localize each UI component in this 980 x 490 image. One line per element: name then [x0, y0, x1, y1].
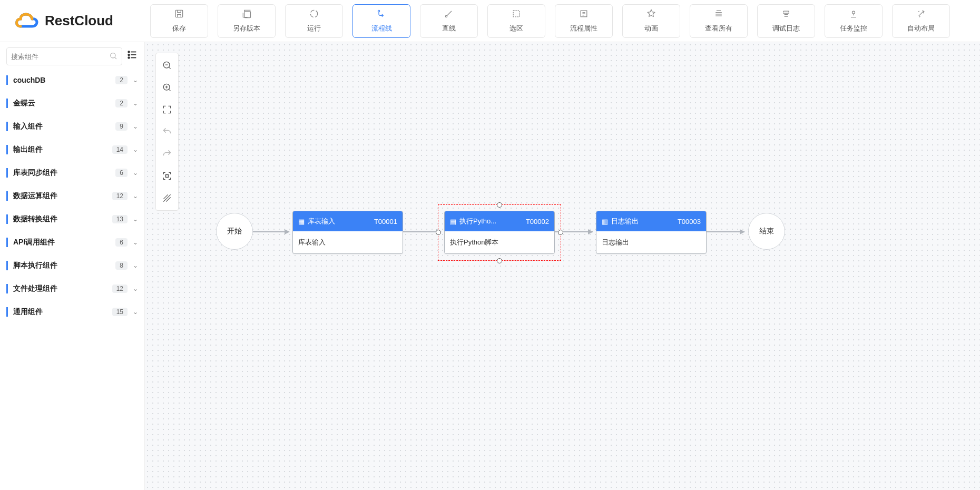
toolbar-btn-flowline[interactable]: 流程线 [352, 4, 410, 38]
save-icon [174, 8, 184, 21]
chevron-down-icon: ⌄ [133, 100, 138, 107]
svg-point-11 [128, 57, 130, 58]
toolbar-btn-debuglog[interactable]: 调试日志 [757, 4, 815, 38]
svg-point-8 [111, 53, 115, 57]
fullscreen-icon[interactable] [159, 168, 175, 184]
toolbar-btn-label: 运行 [307, 24, 321, 33]
top-toolbar: RestCloud 保存 另存版本 运行 流程线 直线 选区 流程属性 [0, 0, 980, 42]
node-table-input[interactable]: ▦库表输入T00001 库表输入 [292, 211, 403, 254]
logo-icon [13, 12, 40, 31]
flowline-icon [376, 8, 387, 21]
line-icon [444, 8, 454, 21]
toolbar-btn-label: 选区 [509, 24, 523, 33]
grid-icon[interactable] [159, 190, 175, 206]
select-icon [511, 8, 522, 21]
svg-rect-0 [175, 10, 182, 17]
toolbar-btn-label: 查看所有 [705, 24, 732, 33]
canvas-tool-palette [155, 53, 179, 211]
chevron-down-icon: ⌄ [133, 262, 138, 269]
undo-icon[interactable] [159, 124, 175, 140]
chevron-down-icon: ⌄ [133, 169, 138, 177]
sidebar-item-transform[interactable]: 数据转换组件13⌄ [6, 208, 138, 231]
sidebar-item-kingdee[interactable]: 金蝶云2⌄ [6, 92, 138, 115]
chevron-down-icon: ⌄ [133, 123, 138, 130]
toolbar-buttons: 保存 另存版本 运行 流程线 直线 选区 流程属性 动画 [150, 4, 975, 38]
toolbar-btn-autolayout[interactable]: 自动布局 [892, 4, 950, 38]
search-icon [109, 52, 117, 62]
toolbar-btn-props[interactable]: 流程属性 [555, 4, 613, 38]
sidebar-item-compute[interactable]: 数据运算组件12⌄ [6, 184, 138, 208]
sidebar-item-api[interactable]: API调用组件6⌄ [6, 231, 138, 254]
flow: 开始 ▦库表输入T00001 库表输入 ▤执行Pytho...T00002 执行… [213, 179, 846, 285]
monitor-icon [848, 8, 859, 21]
sidebar-item-general[interactable]: 通用组件15⌄ [6, 300, 138, 324]
sidebar-item-couchdb[interactable]: couchDB2⌄ [6, 68, 138, 92]
sidebar-item-script[interactable]: 脚本执行组件8⌄ [6, 254, 138, 277]
sidebar-item-output[interactable]: 输出组件14⌄ [6, 138, 138, 161]
svg-point-3 [378, 10, 379, 12]
edge[interactable] [707, 231, 744, 232]
toolbar-btn-straightline[interactable]: 直线 [420, 4, 478, 38]
node-python-script[interactable]: ▤执行Pytho...T00002 执行Python脚本 [444, 211, 555, 254]
chevron-down-icon: ⌄ [133, 308, 138, 316]
edge[interactable] [555, 231, 593, 232]
sidebar-item-input[interactable]: 输入组件9⌄ [6, 115, 138, 138]
svg-point-10 [128, 54, 130, 56]
toolbar-btn-label: 保存 [172, 24, 186, 33]
autolayout-icon [916, 8, 926, 21]
sidebar: couchDB2⌄ 金蝶云2⌄ 输入组件9⌄ 输出组件14⌄ 库表同步组件6⌄ … [0, 42, 145, 490]
port[interactable] [497, 202, 502, 208]
logo: RestCloud [5, 12, 150, 31]
chevron-down-icon: ⌄ [133, 76, 138, 84]
toolbar-btn-label: 调试日志 [772, 24, 800, 33]
toolbar-btn-label: 流程属性 [570, 24, 597, 33]
toolbar-btn-save[interactable]: 保存 [150, 4, 208, 38]
toolbar-btn-select[interactable]: 选区 [487, 4, 545, 38]
svg-rect-14 [166, 175, 169, 178]
table-icon: ▦ [298, 218, 305, 226]
zoom-out-icon[interactable] [159, 57, 175, 73]
svg-point-9 [128, 51, 130, 53]
chevron-down-icon: ⌄ [133, 215, 138, 223]
toolbar-btn-run[interactable]: 运行 [285, 4, 343, 38]
toolbar-btn-label: 动画 [644, 24, 658, 33]
node-start[interactable]: 开始 [216, 213, 253, 250]
props-icon [579, 8, 589, 21]
sidebar-item-file[interactable]: 文件处理组件12⌄ [6, 277, 138, 300]
toolbar-btn-taskmonitor[interactable]: 任务监控 [825, 4, 883, 38]
log-icon: ▥ [602, 218, 608, 226]
node-end[interactable]: 结束 [748, 213, 785, 250]
toolbar-btn-viewall[interactable]: 查看所有 [690, 4, 748, 38]
toolbar-btn-label: 自动布局 [907, 24, 935, 33]
edge[interactable] [251, 231, 289, 232]
viewall-icon [713, 8, 724, 21]
animation-icon [646, 8, 656, 21]
port[interactable] [497, 258, 502, 263]
toolbar-btn-animation[interactable]: 动画 [622, 4, 680, 38]
search-input-wrap[interactable] [6, 47, 122, 65]
toolbar-btn-label: 另存版本 [233, 24, 260, 33]
node-log-output[interactable]: ▥日志输出T00003 日志输出 [596, 211, 707, 254]
svg-point-4 [445, 15, 447, 17]
toolbar-btn-saveas[interactable]: 另存版本 [218, 4, 276, 38]
fit-icon[interactable] [159, 102, 175, 117]
toolbar-btn-label: 任务监控 [840, 24, 867, 33]
chevron-down-icon: ⌄ [133, 192, 138, 200]
main: couchDB2⌄ 金蝶云2⌄ 输入组件9⌄ 输出组件14⌄ 库表同步组件6⌄ … [0, 42, 980, 490]
saveas-icon [241, 8, 252, 21]
debuglog-icon [781, 8, 791, 21]
edge[interactable] [403, 231, 441, 232]
redo-icon[interactable] [159, 146, 175, 162]
zoom-in-icon[interactable] [159, 80, 175, 95]
svg-point-7 [852, 11, 855, 14]
chevron-down-icon: ⌄ [133, 285, 138, 292]
port[interactable] [558, 230, 563, 235]
script-icon: ▤ [450, 218, 456, 226]
svg-rect-5 [513, 11, 520, 17]
svg-rect-1 [244, 12, 251, 18]
sidebar-item-tablesync[interactable]: 库表同步组件6⌄ [6, 161, 138, 184]
search-input[interactable] [11, 53, 109, 61]
toggle-list-icon[interactable] [126, 49, 138, 64]
toolbar-btn-label: 直线 [442, 24, 456, 33]
canvas[interactable]: 开始 ▦库表输入T00001 库表输入 ▤执行Pytho...T00002 执行… [145, 42, 980, 490]
